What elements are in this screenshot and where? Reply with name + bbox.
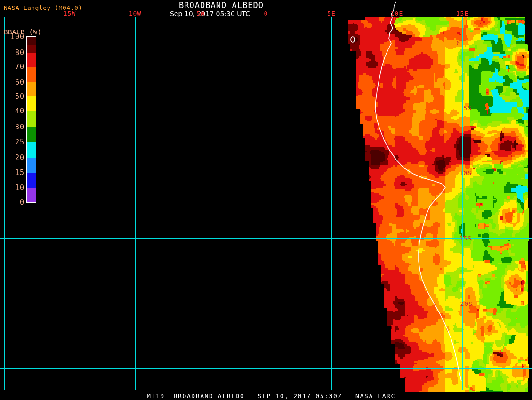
longitude-label: 0 [264,10,268,16]
colorbar-cell [27,67,36,82]
page-title: BROADBAND ALBEDO [179,1,264,9]
latitude-label: 20S [444,301,473,307]
colorbar-cell [27,158,36,173]
latitude-label: 15S [443,235,472,241]
colorbar-cell [27,96,36,111]
colorbar-tick-label: 100 [0,33,24,40]
colorbar-tick-label: 0 [0,199,24,206]
longitude-label: 10E [391,10,403,16]
colorbar-cell [27,82,36,96]
latitude-label: 0 [432,40,460,46]
colorbar-tick-label: 80 [0,49,24,56]
colorbar-tick-label: 60 [0,79,24,86]
colorbar-cell [27,53,36,67]
colorbar-cell [27,45,36,53]
longitude-label: 10W [129,10,141,16]
colorbar-tick-label: 20 [0,154,24,161]
colorbar-tick-label: 70 [0,64,24,71]
longitude-label: 5E [327,10,336,16]
colorbar-tick-label: 30 [0,124,24,131]
latitude-label: 5S [443,105,472,111]
colorbar-cell [27,127,36,142]
footer-caption: MT10 BROADBAND ALBEDO SEP 10, 2017 05:30… [147,393,395,399]
colorbar-tick-label: 10 [0,184,24,192]
colorbar-cell [27,142,36,158]
colorbar-tick-label: 15 [0,169,24,176]
longitude-label: 15E [456,10,468,16]
colorbar-tick-label: 25 [0,139,24,146]
longitude-label: 15W [64,10,76,16]
colorbar-tick-label: 50 [0,93,24,100]
colorbar-cell [27,111,36,127]
longitude-label: 5W [196,10,205,16]
colorbar-tick-label: 40 [0,108,24,115]
observation-datetime: Sep 10, 2017 05:30 UTC [170,10,250,17]
albedo-map-canvas [0,0,532,400]
albedo-product-viewport: NASA Langley (M04.0) BROADBAND ALBEDO Se… [0,0,532,400]
colorbar [26,36,36,203]
latitude-label: 10S [443,170,472,176]
colorbar-cell [27,173,36,188]
colorbar-cell [27,37,36,45]
colorbar-cell [27,188,36,202]
